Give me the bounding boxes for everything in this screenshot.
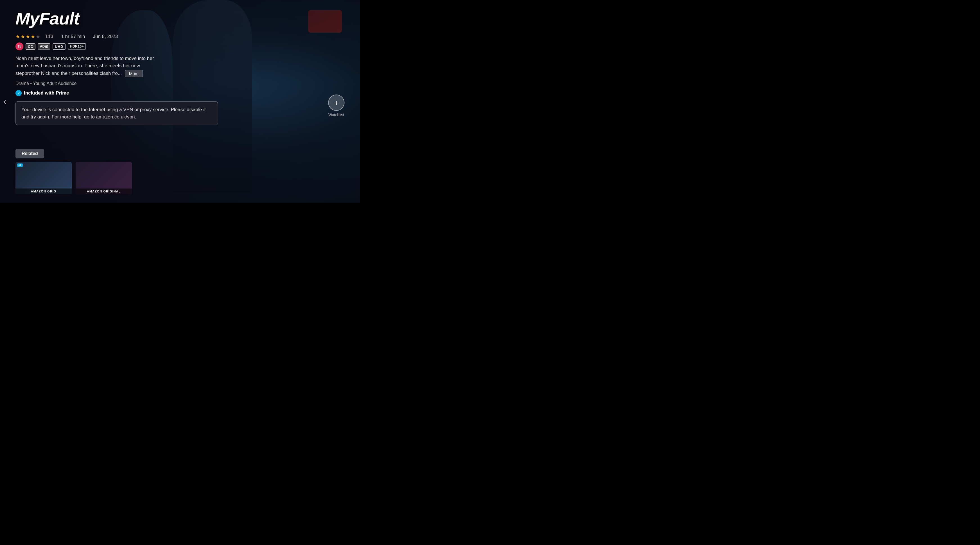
thumbnails-row: AL AMAZON ORIG AMAZON ORIGINAL	[16, 162, 344, 194]
duration: 1 hr 57 min	[61, 34, 85, 40]
prime-row: ✓ Included with Prime	[16, 90, 344, 96]
vpn-message-box: Your device is connected to the Internet…	[16, 101, 218, 125]
prime-check-icon: ✓	[16, 90, 22, 96]
genres: Drama • Young Adult Audience	[16, 81, 344, 86]
meta-row: ★ ★ ★ ★ ★ 113 1 hr 57 min Jun 8, 2023	[16, 33, 344, 40]
description: Noah must leave her town, boyfriend and …	[16, 55, 162, 77]
release-date: Jun 8, 2023	[93, 34, 118, 40]
watchlist-plus-icon: ＋	[328, 94, 344, 111]
star-2: ★	[21, 33, 25, 40]
star-3: ★	[25, 33, 30, 40]
ad-badge: AD)))	[38, 43, 50, 49]
thumb-badge-1: AL	[17, 164, 23, 167]
thumb-label-1: AMAZON ORIG	[16, 188, 72, 194]
rating-count: 113	[45, 34, 53, 40]
thumbnail-1[interactable]: AL AMAZON ORIG	[16, 162, 72, 194]
watchlist-label: Watchlist	[328, 113, 344, 117]
star-1: ★	[16, 33, 20, 40]
bottom-section: Related AL AMAZON ORIG AMAZON ORIGINAL	[16, 149, 344, 194]
age-badge: 15	[16, 43, 23, 50]
cc-badge: CC	[25, 43, 35, 50]
star-rating: ★ ★ ★ ★ ★	[16, 33, 40, 40]
main-content: MyFault ★ ★ ★ ★ ★ 113 1 hr 57 min Jun 8,…	[0, 0, 360, 202]
prime-label: Included with Prime	[24, 90, 69, 96]
thumbnail-2[interactable]: AMAZON ORIGINAL	[76, 162, 132, 194]
star-5: ★	[36, 33, 40, 40]
thumb-label-2: AMAZON ORIGINAL	[76, 188, 132, 194]
hdr-badge: HDR10+	[68, 43, 86, 49]
badges-row: 15 CC AD))) UHD HDR10+	[16, 43, 344, 50]
more-button[interactable]: More	[125, 70, 143, 77]
star-4: ★	[31, 33, 35, 40]
uhd-badge: UHD	[52, 43, 65, 50]
nav-left-arrow[interactable]: ‹	[3, 96, 6, 107]
watchlist-button[interactable]: ＋ Watchlist	[328, 94, 344, 117]
vpn-message-text: Your device is connected to the Internet…	[21, 107, 205, 120]
related-tab[interactable]: Related	[16, 149, 44, 158]
movie-title: MyFault	[16, 8, 344, 29]
